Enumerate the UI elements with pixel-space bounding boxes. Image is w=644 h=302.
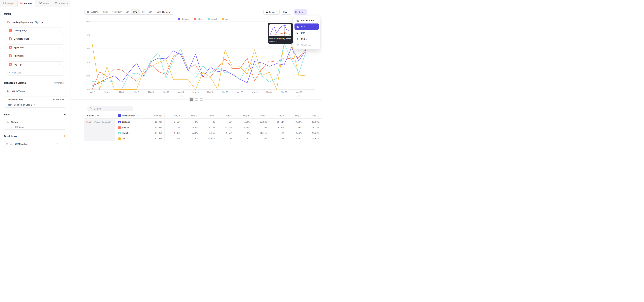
tab-funnels[interactable]: Funnels (18, 0, 35, 7)
drag-handle-icon[interactable] (6, 144, 8, 144)
view-tabbar: Insights Funnels Flows Retention (0, 0, 70, 7)
step-kebab-menu[interactable]: ⋮ (58, 37, 62, 40)
tab-insights[interactable]: Insights (0, 0, 18, 7)
svg-text:0%: 0% (88, 88, 90, 90)
annotation-marker[interactable]: 1 (179, 92, 183, 97)
conversion-window-value: Within 7 days (12, 90, 25, 92)
annotation-marker[interactable]: 1 (297, 92, 301, 97)
metric-icon: # (296, 38, 299, 40)
conversion-rate-row: Conversion Rate All Steps (4, 96, 66, 102)
funnel-step[interactable]: 3App Install⋮ (6, 44, 64, 50)
top-panel-view-icon (195, 98, 198, 101)
bottom-panel-view-icon (200, 98, 203, 101)
top-paths-icon (296, 44, 299, 47)
svg-text:10%: 10% (86, 75, 90, 77)
sidebar: Metric Landing Page through Sign Up ⋮ 1L… (0, 0, 70, 151)
chevron-down-icon (33, 104, 35, 106)
conversion-window-row[interactable]: Within 7 days (4, 86, 66, 96)
filter-section-title: Filter (4, 113, 10, 116)
svg-text:May 12: May 12 (163, 91, 169, 93)
svg-text:May 20: May 20 (222, 91, 228, 93)
step-kebab-menu[interactable]: ⋮ (58, 63, 62, 66)
svg-text:May 10: May 10 (148, 91, 154, 93)
remove-breakdown-icon[interactable]: × (56, 142, 59, 146)
svg-text:May 4: May 4 (104, 91, 110, 93)
advanced-dropdown[interactable]: Advanced (54, 82, 66, 84)
filter-value[interactable]: iOS Native (15, 126, 24, 128)
menu-item-label: Funnel Steps (301, 19, 314, 22)
split-view-icon (190, 98, 193, 101)
chevron-down-icon (62, 98, 64, 100)
tooltip-text: Line charts display trends over time. (269, 38, 291, 42)
svg-text:30%: 30% (86, 48, 90, 50)
funnel-step[interactable]: 2Download Page⋮ (6, 36, 64, 42)
menu-item-label: Bar (301, 32, 304, 34)
metric-section-title: Metric (4, 12, 11, 15)
step-kebab-menu[interactable]: ⋮ (58, 29, 62, 32)
step-number-badge: 1 (9, 29, 12, 32)
svg-text:50%: 50% (86, 20, 90, 22)
funnel-steps-icon (296, 19, 299, 22)
svg-text:May 6: May 6 (119, 91, 124, 93)
breakdown-kebab-menu[interactable]: ⋮ (60, 142, 64, 146)
step-number-badge: 5 (9, 63, 12, 66)
add-breakdown-button[interactable]: + (64, 134, 66, 138)
line-chart-preview (269, 24, 291, 36)
menu-item-top-paths: Top Paths (294, 42, 319, 48)
step-number-badge: 4 (9, 54, 12, 58)
funnel-metric-title[interactable]: Landing Page through Sign Up (12, 21, 58, 24)
menu-item-line[interactable]: Line (294, 24, 319, 30)
funnel-step[interactable]: 4App Open⋮ (6, 53, 64, 59)
filter-kebab-menu[interactable]: ⋮ (60, 121, 64, 124)
filter-property-name: Platform (11, 121, 58, 124)
tab-flows[interactable]: Flows (36, 0, 53, 7)
svg-text:May 24: May 24 (252, 91, 258, 93)
step-label: Download Page (14, 38, 58, 40)
menu-item-label: Top Paths (301, 44, 311, 46)
menu-item-label: Line (301, 25, 306, 28)
string-type-icon: Aa (10, 143, 13, 145)
step-kebab-menu[interactable]: ⋮ (58, 46, 62, 49)
metric-card: Landing Page through Sign Up ⋮ 1Landing … (4, 18, 66, 78)
svg-text:May 16: May 16 (192, 91, 198, 93)
svg-text:May 28: May 28 (281, 91, 287, 93)
svg-text:May 8: May 8 (134, 91, 139, 93)
funnel-metric-icon (7, 21, 10, 24)
chart-type-menu: Funnel StepsLineBar#MetricTop Paths (293, 16, 320, 50)
menu-item-funnel-steps[interactable]: Funnel Steps (294, 17, 319, 24)
conversion-criteria-title: Conversion Criteria (4, 82, 26, 84)
funnel-step[interactable]: 5Sign Up⋮ (6, 62, 64, 67)
step-label: Sign Up (14, 63, 58, 66)
svg-text:May 22: May 22 (237, 91, 243, 93)
filter-segment-dropdown[interactable]: Filter + Segment on Step 1 (4, 102, 66, 108)
retention-icon (55, 2, 58, 5)
menu-item-label: Metric (301, 38, 307, 40)
funnel-step[interactable]: 1Landing Page⋮ (6, 28, 64, 33)
chart-type-tooltip: Line charts display trends over time. (268, 23, 293, 44)
breakdown-property-row[interactable]: Aa UTM Medium × ⋮ (4, 141, 66, 147)
metric-kebab-menu[interactable]: ⋮ (60, 21, 64, 24)
add-step-button[interactable]: +Add Step (6, 70, 64, 76)
menu-item-metric[interactable]: #Metric (294, 36, 319, 42)
split-view-button[interactable] (189, 97, 194, 102)
breakdown-card: Aa UTM Medium × ⋮ (4, 141, 66, 147)
svg-text:40%: 40% (86, 34, 90, 36)
add-step-label: Add Step (12, 72, 21, 74)
svg-text:May 18: May 18 (207, 91, 213, 93)
conversion-rate-dropdown[interactable]: All Steps (53, 98, 64, 101)
conversion-criteria-card: Within 7 days Conversion Rate All Steps … (4, 86, 66, 108)
svg-text:May 2: May 2 (90, 91, 95, 93)
step-number-badge: 2 (9, 38, 12, 40)
bottom-panel-view-button[interactable] (199, 97, 204, 102)
step-kebab-menu[interactable]: ⋮ (58, 54, 62, 58)
tab-retention[interactable]: Retention (53, 0, 70, 7)
step-label: App Open (14, 54, 58, 57)
line-chart-icon (296, 25, 299, 28)
insights-icon (3, 2, 6, 5)
svg-text:20%: 20% (86, 61, 90, 63)
add-filter-button[interactable]: + (64, 113, 66, 116)
filter-property-row[interactable]: Aa Platform ⋮ (4, 119, 66, 125)
top-panel-view-button[interactable] (194, 97, 199, 102)
menu-item-bar[interactable]: Bar (294, 30, 319, 36)
step-label: App Install (14, 46, 58, 49)
